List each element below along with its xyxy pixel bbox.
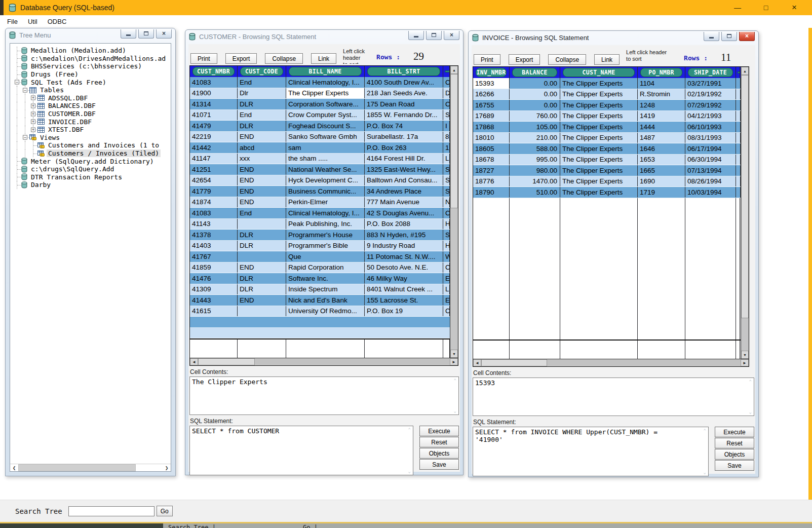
tree-item[interactable]: Darby — [13, 181, 171, 189]
grid-cell[interactable]: Dlr — [238, 88, 286, 99]
tree-item[interactable]: Customers and Invoices (1 to — [13, 141, 171, 149]
grid-cell[interactable]: 18678 — [473, 155, 510, 165]
grid-cell[interactable]: 41476 — [190, 273, 238, 284]
grid-cell[interactable]: 17868 — [473, 122, 510, 132]
grid-cell[interactable]: Inside Spectrum — [286, 284, 365, 295]
chevron-up-icon[interactable]: ⌃ — [749, 379, 752, 384]
grid-cell[interactable]: End — [238, 208, 286, 218]
grid-cell[interactable]: 210.00 — [510, 133, 560, 143]
grid-cell[interactable]: 41479 — [190, 121, 238, 131]
tree-item[interactable]: −Tables — [13, 86, 171, 94]
grid-cell[interactable] — [238, 306, 286, 317]
grid-cell[interactable]: Clinical Hematology, I... — [286, 208, 365, 218]
grid-cell[interactable]: P.O. Box 74 — [365, 121, 443, 131]
grid-cell[interactable]: Foghead Discount S... — [286, 121, 365, 131]
tree-expand-toggle[interactable]: − — [23, 135, 27, 140]
grid-cell[interactable]: 9 Industry Road — [365, 241, 443, 251]
print-button[interactable]: Print — [474, 54, 500, 65]
grid-cell[interactable]: 1690 — [638, 176, 685, 187]
grid-cell[interactable]: 1665 — [638, 165, 685, 176]
grid-cell[interactable]: END — [238, 197, 286, 208]
grid-cell[interactable]: 06/17/1994 — [685, 143, 736, 154]
tree-expand-toggle[interactable]: + — [31, 120, 35, 124]
grid-cell[interactable]: The Clipper Experts — [560, 143, 638, 154]
grid-cell[interactable]: 995.00 — [510, 155, 560, 165]
app-close-icon[interactable]: × — [788, 3, 801, 13]
export-button[interactable]: Export — [509, 54, 540, 65]
menu-item-odbc[interactable]: ODBC — [43, 18, 72, 25]
grid-cell[interactable]: 1487 — [638, 133, 685, 143]
app-minimize-icon[interactable]: — — [731, 4, 744, 12]
chevron-up-icon[interactable]: ⌃ — [704, 428, 706, 433]
grid-cell[interactable]: 0.00 — [510, 78, 560, 89]
maximize-icon[interactable] — [426, 31, 442, 40]
close-icon[interactable]: × — [444, 31, 459, 40]
grid-cell[interactable]: 777 Main Avenue — [365, 197, 443, 208]
grid-cell[interactable]: P.O. Box 2088 — [365, 219, 443, 230]
grid-cell[interactable]: 10/03/1994 — [685, 187, 736, 198]
scrollbar-thumb[interactable] — [450, 74, 458, 208]
grid-cell[interactable]: 510.00 — [510, 187, 560, 198]
grid-cell[interactable]: Programmer's Bible — [286, 241, 365, 251]
grid-cell[interactable]: End — [238, 77, 286, 88]
invoice-horizontal-scrollbar[interactable]: ◄ ► — [473, 359, 749, 366]
tree-item[interactable]: Customers / Invoices (Tiled) — [13, 149, 171, 158]
grid-cell[interactable]: The Clipper Experts — [560, 122, 638, 132]
tree-expand-toggle[interactable]: − — [23, 88, 27, 92]
grid-cell[interactable]: 18605 — [473, 143, 510, 154]
customer-window-titlebar[interactable]: CUSTOMER - Browsing SQL Statement × — [185, 30, 463, 44]
grid-cell[interactable]: 883 N Hyden, #195 — [365, 230, 443, 240]
grid-cell[interactable]: 08/31/1993 — [685, 133, 736, 143]
grid-cell[interactable]: 41874 — [190, 197, 238, 208]
minimize-icon[interactable] — [408, 31, 424, 40]
grid-cell[interactable]: The Clipper Experts — [286, 88, 365, 99]
grid-cell[interactable]: 41251 — [190, 164, 238, 175]
grid-cell[interactable]: 4100 South Drew Av... — [365, 77, 443, 88]
grid-cell[interactable]: 1325 East-West Hwy... — [365, 164, 443, 175]
grid-cell[interactable]: 41314 — [190, 99, 238, 109]
export-button[interactable]: Export — [225, 53, 257, 64]
grid-cell[interactable]: 18790 — [473, 187, 510, 198]
grid-cell[interactable]: END — [238, 132, 286, 142]
go-button[interactable]: Go — [157, 506, 173, 516]
grid-cell[interactable]: 41443 — [190, 295, 238, 306]
scroll-up-icon[interactable]: ▲ — [741, 67, 749, 75]
customer-vertical-scrollbar[interactable]: ▲ ▼ — [450, 66, 458, 358]
link-button[interactable]: Link — [311, 53, 336, 64]
grid-cell[interactable]: The Clipper Experts — [560, 100, 638, 110]
tree-item[interactable]: BHSServices (c:\bhsservices) — [13, 62, 171, 70]
grid-cell[interactable]: 06/10/1993 — [685, 122, 736, 132]
grid-cell[interactable]: 41147 — [190, 154, 238, 164]
tree-item[interactable]: +XTEST.DBF — [13, 126, 171, 134]
collapse-button[interactable]: Collapse — [548, 54, 586, 65]
tree-item[interactable]: c:\medalion\DrivesAndMedallions.ad — [13, 55, 171, 63]
tree-item[interactable]: +BALANCES.DBF — [13, 102, 171, 110]
grid-cell[interactable]: University Of Redmo... — [286, 306, 365, 317]
chevron-up-icon[interactable]: ⌃ — [454, 378, 456, 383]
scroll-right-icon[interactable]: ❯ — [163, 464, 171, 471]
invoice-vertical-scrollbar[interactable]: ▲ ▼ — [741, 67, 749, 359]
scroll-right-icon[interactable]: ► — [450, 358, 458, 365]
grid-cell[interactable]: 1646 — [638, 143, 685, 154]
minimize-icon[interactable] — [704, 32, 719, 41]
objects-button[interactable]: Objects — [419, 448, 459, 459]
column-header[interactable]: BILL_STRT — [365, 66, 443, 77]
execute-button[interactable]: Execute — [419, 426, 459, 436]
tree-expand-toggle[interactable]: + — [31, 127, 35, 132]
grid-cell[interactable]: END — [238, 175, 286, 186]
grid-cell[interactable] — [238, 251, 286, 262]
grid-cell[interactable]: abcd — [238, 142, 286, 153]
tree-item[interactable]: −Views — [13, 134, 171, 142]
tree-item[interactable]: Medallion (Medalion.add) — [13, 47, 171, 55]
chevron-up-icon[interactable]: ⌃ — [408, 427, 411, 432]
grid-cell[interactable]: 34 Andrews Place — [365, 186, 443, 197]
grid-cell[interactable]: 980.00 — [510, 165, 560, 176]
tree-item[interactable]: Meter (SqlQuery.add Dictionary) — [13, 157, 171, 165]
grid-cell[interactable]: The Clipper Experts — [560, 165, 638, 176]
grid-cell[interactable]: DLR — [238, 241, 286, 251]
app-maximize-icon[interactable]: □ — [759, 4, 772, 12]
grid-cell[interactable]: 06/30/1994 — [685, 155, 736, 165]
grid-cell[interactable]: END — [238, 262, 286, 273]
grid-cell[interactable]: The Clipper Experts — [560, 133, 638, 143]
tree-item[interactable]: DTR Transaction Reports — [13, 173, 171, 181]
